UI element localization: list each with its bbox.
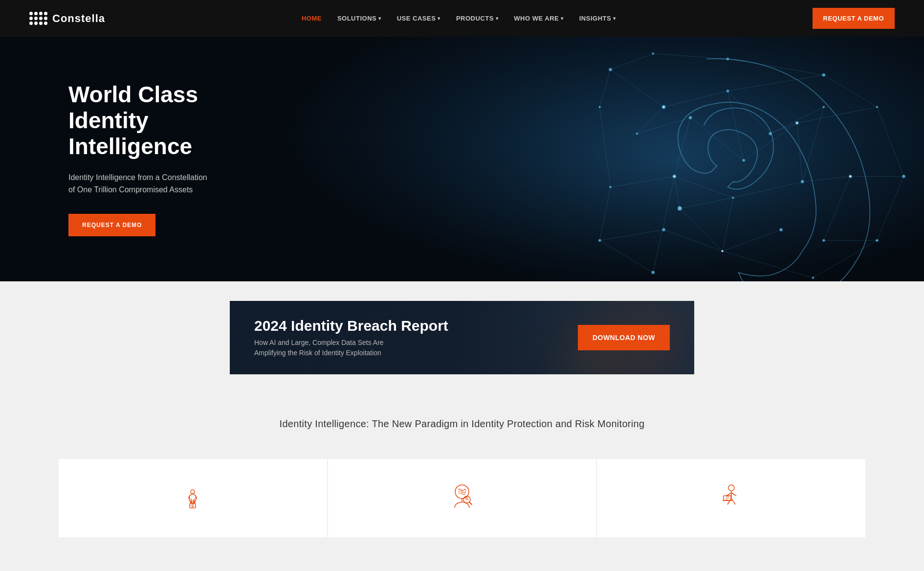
- svg-point-87: [728, 485, 734, 491]
- svg-point-69: [822, 239, 825, 242]
- card-brain-data: [328, 459, 596, 537]
- breach-report-banner: 2024 Identity Breach Report How AI and L…: [230, 301, 694, 374]
- card-person-desk: [597, 459, 865, 537]
- navigation: Constella HOME SOLUTIONS ▾ USE CASES ▾ P…: [0, 0, 924, 37]
- svg-point-66: [652, 271, 655, 274]
- use-cases-chevron: ▾: [438, 16, 440, 21]
- svg-point-70: [678, 206, 682, 211]
- svg-point-76: [722, 251, 723, 252]
- nav-solutions[interactable]: SOLUTIONS ▾: [331, 11, 387, 26]
- svg-point-49: [743, 159, 745, 161]
- nav-insights[interactable]: INSIGHTS ▾: [573, 11, 622, 26]
- svg-point-45: [726, 90, 729, 92]
- svg-point-79: [192, 504, 194, 506]
- svg-point-58: [779, 228, 783, 231]
- svg-line-92: [731, 499, 735, 504]
- feature-cards-section: [0, 449, 924, 562]
- svg-rect-0: [290, 37, 924, 281]
- svg-point-64: [876, 239, 878, 242]
- svg-point-74: [796, 122, 798, 124]
- svg-point-43: [609, 68, 612, 71]
- nav-menu: HOME SOLUTIONS ▾ USE CASES ▾ PRODUCTS ▾ …: [296, 11, 622, 26]
- svg-point-62: [876, 106, 878, 108]
- svg-point-63: [902, 175, 905, 178]
- svg-line-84: [469, 502, 472, 504]
- hero-title: World Class Identity Intelligence: [68, 82, 264, 160]
- svg-point-75: [850, 176, 851, 177]
- request-demo-nav-button[interactable]: REQUEST A DEMO: [813, 8, 895, 29]
- svg-point-47: [636, 133, 638, 135]
- svg-line-89: [726, 493, 731, 496]
- hero-background: [277, 37, 924, 281]
- svg-line-90: [731, 493, 736, 496]
- nav-home[interactable]: HOME: [296, 11, 328, 26]
- brain-data-icon: [445, 479, 479, 513]
- logo-dots: [29, 12, 47, 25]
- paradigm-section: Identity Intelligence: The New Paradigm …: [0, 394, 924, 449]
- svg-point-67: [823, 106, 825, 108]
- svg-point-72: [663, 106, 664, 108]
- request-demo-hero-button[interactable]: REQUEST A DEMO: [68, 214, 155, 236]
- person-desk-icon: [714, 479, 748, 513]
- brand-name: Constella: [52, 12, 105, 25]
- svg-point-65: [812, 277, 814, 279]
- nav-use-cases[interactable]: USE CASES ▾: [391, 11, 446, 26]
- banner-text-content: 2024 Identity Breach Report How AI and L…: [254, 318, 558, 358]
- svg-point-56: [662, 228, 665, 231]
- insights-chevron: ▾: [613, 16, 616, 21]
- who-we-are-chevron: ▾: [561, 16, 564, 21]
- card-fingerprint: [59, 459, 327, 537]
- solutions-chevron: ▾: [378, 16, 381, 21]
- svg-point-59: [652, 52, 654, 54]
- nav-who-we-are[interactable]: WHO WE ARE ▾: [508, 11, 569, 26]
- hero-subtitle: Identity Intelligence from a Constellati…: [68, 171, 264, 196]
- banner-report-title: 2024 Identity Breach Report: [254, 318, 558, 334]
- fingerprint-shield-icon: [176, 479, 210, 513]
- svg-point-51: [609, 186, 611, 188]
- svg-point-55: [598, 239, 601, 242]
- banner-report-subtitle: How AI and Large, Complex Data Sets Are …: [254, 338, 558, 358]
- svg-point-48: [689, 116, 692, 119]
- logo[interactable]: Constella: [29, 12, 105, 25]
- svg-point-77: [191, 490, 195, 494]
- hero-content: World Class Identity Intelligence Identi…: [0, 82, 293, 236]
- svg-point-71: [599, 106, 601, 108]
- hero-section: World Class Identity Intelligence Identi…: [0, 37, 924, 281]
- network-visualization: [287, 37, 924, 281]
- nav-products[interactable]: PRODUCTS ▾: [450, 11, 504, 26]
- svg-point-73: [674, 176, 675, 177]
- svg-point-54: [801, 180, 804, 183]
- banner-section: 2024 Identity Breach Report How AI and L…: [0, 281, 924, 394]
- paradigm-title: Identity Intelligence: The New Paradigm …: [59, 418, 865, 430]
- svg-point-61: [822, 73, 826, 77]
- products-chevron: ▾: [496, 16, 499, 21]
- svg-point-53: [732, 197, 734, 199]
- download-now-button[interactable]: DOWNLOAD NOW: [578, 325, 670, 350]
